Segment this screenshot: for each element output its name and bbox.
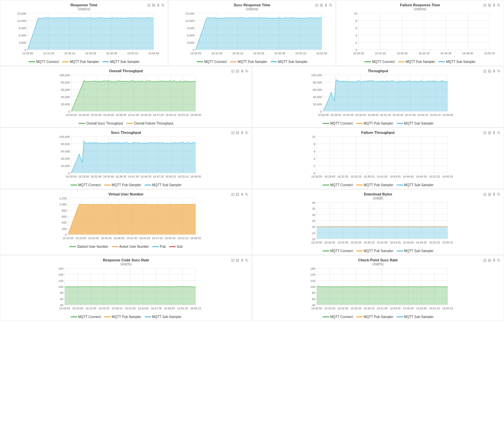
svg-text:16:35:25: 16:35:25 xyxy=(350,175,361,178)
download-icon[interactable]: ⬇ xyxy=(240,131,244,135)
chart-title-virtual-user-number: Virtual User Number ⊡ ⊟ ⬇ ↻ xyxy=(4,192,248,196)
refresh-icon[interactable]: ↻ xyxy=(245,69,248,74)
svg-text:8: 8 xyxy=(356,19,357,23)
copy-icon[interactable]: ⊟ xyxy=(488,131,491,135)
svg-text:10: 10 xyxy=(312,238,315,241)
copy-icon[interactable]: ⊟ xyxy=(488,258,491,263)
legend-label: MQTT Connect xyxy=(204,60,227,64)
chart-area-virtual-user-number: 1,2001,000800600400200016:26:5516:29:501… xyxy=(4,196,248,243)
svg-text:16:29:45: 16:29:45 xyxy=(324,241,335,244)
copy-icon[interactable]: ⊟ xyxy=(488,192,491,197)
svg-text:16:55:15: 16:55:15 xyxy=(442,241,453,244)
svg-text:15: 15 xyxy=(312,232,315,235)
chart-toolbar: ⊡ ⊟ ⬇ ↻ xyxy=(315,3,332,8)
svg-text:20,000: 20,000 xyxy=(61,103,70,106)
svg-text:16:44:35: 16:44:35 xyxy=(440,52,451,55)
expand-icon[interactable]: ⊡ xyxy=(483,3,486,8)
chart-title-download-bytes: Download Bytes ⊡ ⊟ ⬇ ↻ xyxy=(256,192,500,196)
legend-item: MQTT Sub Sampler xyxy=(397,122,434,125)
legend-item: MQTT Connect xyxy=(71,315,101,319)
svg-text:100: 100 xyxy=(310,285,315,289)
legend-item: MQTT Sub Sampler xyxy=(145,183,182,187)
svg-text:16:56:05: 16:56:05 xyxy=(190,175,201,178)
legend-label: MQTT Sub Sampler xyxy=(404,315,434,319)
copy-icon[interactable]: ⊟ xyxy=(236,69,239,74)
download-icon[interactable]: ⬇ xyxy=(492,69,496,74)
svg-text:2: 2 xyxy=(314,164,315,168)
copy-icon[interactable]: ⊟ xyxy=(236,131,239,135)
svg-text:16:52:25: 16:52:25 xyxy=(429,175,440,178)
refresh-icon[interactable]: ↻ xyxy=(497,69,500,74)
svg-text:16:38:35: 16:38:35 xyxy=(113,237,124,240)
title-text: Response Code Succ Rate xyxy=(103,258,149,262)
svg-text:16:32:45: 16:32:45 xyxy=(91,113,101,117)
download-icon[interactable]: ⬇ xyxy=(492,192,496,197)
svg-text:16:35:45: 16:35:45 xyxy=(397,52,408,55)
svg-text:16:56:05: 16:56:05 xyxy=(190,113,201,117)
download-icon[interactable]: ⬇ xyxy=(492,258,496,263)
refresh-icon[interactable]: ↻ xyxy=(245,131,248,135)
refresh-icon[interactable]: ↻ xyxy=(245,192,248,197)
refresh-icon[interactable]: ↻ xyxy=(497,258,500,263)
svg-text:40: 40 xyxy=(312,303,315,307)
legend-label: MQTT Pub Sampler xyxy=(406,60,435,64)
svg-text:16:29:50: 16:29:50 xyxy=(78,113,89,117)
svg-text:16:53:10: 16:53:10 xyxy=(178,175,189,178)
expand-icon[interactable]: ⊡ xyxy=(483,192,486,197)
svg-text:16:35:40: 16:35:40 xyxy=(355,113,366,117)
svg-text:10: 10 xyxy=(312,135,315,138)
svg-text:16:38:15: 16:38:15 xyxy=(363,307,374,310)
svg-text:16:53:25: 16:53:25 xyxy=(484,52,495,55)
svg-text:3,000: 3,000 xyxy=(19,41,27,44)
refresh-icon[interactable]: ↻ xyxy=(497,3,500,8)
expand-icon[interactable]: ⊡ xyxy=(483,258,486,263)
svg-text:0: 0 xyxy=(193,48,194,52)
expand-icon[interactable]: ⊡ xyxy=(231,131,234,135)
download-icon[interactable]: ⬇ xyxy=(240,192,244,197)
download-icon[interactable]: ⬇ xyxy=(240,258,244,263)
legend-label: Active User Number xyxy=(119,245,149,248)
expand-icon[interactable]: ⊡ xyxy=(483,69,486,74)
copy-icon[interactable]: ⊟ xyxy=(236,258,239,263)
download-icon[interactable]: ⬇ xyxy=(492,3,496,8)
svg-text:16:50:15: 16:50:15 xyxy=(164,237,175,240)
refresh-icon[interactable]: ↻ xyxy=(161,3,164,8)
expand-icon[interactable]: ⊡ xyxy=(483,131,486,135)
svg-text:100,000: 100,000 xyxy=(311,74,322,77)
svg-text:16:43:55: 16:43:55 xyxy=(390,241,401,244)
copy-icon[interactable]: ⊟ xyxy=(488,69,491,74)
legend-item: MQTT Connect xyxy=(71,183,101,187)
legend-label: Pub xyxy=(160,245,166,248)
refresh-icon[interactable]: ↻ xyxy=(497,131,500,135)
refresh-icon[interactable]: ↻ xyxy=(329,3,332,8)
download-icon[interactable]: ⬇ xyxy=(492,131,496,135)
copy-icon[interactable]: ⊟ xyxy=(320,3,323,8)
legend-label: MQTT Sub Sampler xyxy=(404,249,434,253)
copy-icon[interactable]: ⊟ xyxy=(152,3,155,8)
download-icon[interactable]: ⬇ xyxy=(324,3,328,8)
legend-label: MQTT Sub Sampler xyxy=(446,60,475,64)
svg-text:16:45:35: 16:45:35 xyxy=(274,52,285,55)
legend-label: MQTT Pub Sampler xyxy=(112,183,141,187)
chart-toolbar: ⊡ ⊟ ⬇ ↻ xyxy=(147,3,164,8)
expand-icon[interactable]: ⊡ xyxy=(231,258,234,263)
svg-text:16:38:35: 16:38:35 xyxy=(115,113,126,117)
expand-icon[interactable]: ⊡ xyxy=(147,3,151,8)
copy-icon[interactable]: ⊟ xyxy=(236,192,239,197)
copy-icon[interactable]: ⊟ xyxy=(488,3,491,8)
svg-text:120: 120 xyxy=(310,279,315,283)
svg-text:16:35:40: 16:35:40 xyxy=(101,237,112,240)
svg-text:1,000: 1,000 xyxy=(59,203,67,206)
expand-icon[interactable]: ⊡ xyxy=(315,3,318,8)
chart-response-code-succ-rate: Response Code Succ Rate ⊡ ⊟ ⬇ ↻ Unit(%) … xyxy=(0,255,252,321)
download-icon[interactable]: ⬇ xyxy=(240,69,244,74)
download-icon[interactable]: ⬇ xyxy=(157,3,160,8)
expand-icon[interactable]: ⊡ xyxy=(231,192,234,197)
expand-icon[interactable]: ⊡ xyxy=(231,69,234,74)
svg-text:40: 40 xyxy=(60,303,63,307)
refresh-icon[interactable]: ↻ xyxy=(245,258,248,263)
svg-text:16:50:15: 16:50:15 xyxy=(295,52,306,55)
svg-text:25: 25 xyxy=(312,219,315,223)
legend-item: MQTT Pub Sampler xyxy=(356,315,393,319)
refresh-icon[interactable]: ↻ xyxy=(497,192,500,197)
